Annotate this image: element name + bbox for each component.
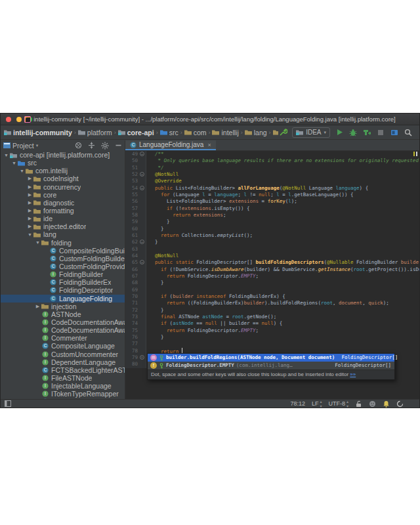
wrench-icon[interactable] xyxy=(278,128,287,137)
tree-item-core[interactable]: ▶core xyxy=(1,191,125,199)
tree-item-customfoldingbuilder[interactable]: CCustomFoldingBuilder xyxy=(1,255,125,262)
code-line-59[interactable]: 59 } xyxy=(125,219,419,225)
code-line-58[interactable]: 58 return extensions; xyxy=(125,212,419,219)
breadcrumb-item-src[interactable]: src xyxy=(160,129,178,136)
tree-item-injected-editor[interactable]: ▶injected.editor xyxy=(1,222,125,230)
tree-item-compositefoldingbuilder[interactable]: CCompositeFoldingBuilder xyxy=(1,247,125,255)
fold-toggle-icon[interactable]: − xyxy=(140,152,144,156)
breadcrumb-item-lang[interactable]: lang xyxy=(245,129,267,136)
line-number[interactable]: 78 xyxy=(125,348,146,354)
close-tab-icon[interactable]: × xyxy=(207,142,211,148)
tree-item-foldingdescriptor[interactable]: CFoldingDescriptor xyxy=(1,286,125,294)
expand-arrow-icon[interactable]: ▼ xyxy=(19,169,25,173)
code-line-72[interactable]: 72 } xyxy=(125,307,419,314)
title-bar[interactable]: intellij-community [~/intellij-community… xyxy=(1,114,419,125)
tree-item-fileastnode[interactable]: IFileASTNode xyxy=(1,374,125,382)
line-number[interactable]: 51 xyxy=(125,165,146,171)
expand-arrow-icon[interactable]: ▶ xyxy=(27,216,33,221)
expand-arrow-icon[interactable]: ▶ xyxy=(27,200,33,205)
code-line-55[interactable]: 55 for (Language l = language; l != null… xyxy=(125,192,419,198)
tree-item-itokentyperemapper[interactable]: IITokenTypeRemapper xyxy=(1,390,125,398)
code-line-70[interactable]: 70 if (builder instanceof FoldingBuilder… xyxy=(125,293,419,300)
run-configuration-select[interactable]: IDEA ▾ xyxy=(292,127,330,138)
expand-arrow-icon[interactable]: ▼ xyxy=(35,240,41,245)
line-number[interactable]: 57 xyxy=(125,205,146,212)
line-number[interactable]: 79˄ xyxy=(125,354,146,361)
code-line-76[interactable]: 76 } xyxy=(125,334,419,341)
expand-arrow-icon[interactable]: ▶ xyxy=(27,192,33,198)
tree-item-commenter[interactable]: ICommenter xyxy=(1,334,125,342)
expand-arrow-icon[interactable]: ▶ xyxy=(35,304,41,309)
code-line-57[interactable]: 57 if (!extensions.isEmpty()) { xyxy=(125,205,419,212)
code-line-61[interactable]: 61 return Collections.emptyList(); xyxy=(125,232,419,239)
tree-item-languagefolding[interactable]: CLanguageFolding xyxy=(1,295,125,303)
tree-item-injectablelanguage[interactable]: IInjectableLanguage xyxy=(1,382,125,390)
code-line-67[interactable]: 67 return FoldingDescriptor.EMPTY; xyxy=(125,273,419,280)
line-number[interactable]: 80 xyxy=(125,361,146,368)
line-number[interactable]: 69 xyxy=(125,287,146,293)
expand-arrow-icon[interactable]: ▶ xyxy=(27,176,33,181)
expand-arrow-icon[interactable]: ▼ xyxy=(11,161,17,165)
chevron-down-icon[interactable]: ▾ xyxy=(36,143,39,148)
code-line-60[interactable]: 60 } xyxy=(125,226,419,232)
line-number[interactable]: 61 xyxy=(125,232,146,239)
code-line-68[interactable]: 68 } xyxy=(125,280,419,286)
code-line-54[interactable]: 54− public List<FoldingBuilder> allForLa… xyxy=(125,185,419,192)
unlock-icon[interactable] xyxy=(355,400,362,408)
breadcrumb-item-folding[interactable]: folding xyxy=(273,129,279,136)
line-number[interactable]: 55 xyxy=(125,192,146,198)
line-number[interactable]: 74 xyxy=(125,320,146,327)
line-number[interactable]: 62− xyxy=(125,239,146,245)
tree-item-foldingbuilderex[interactable]: CFoldingBuilderEx xyxy=(1,278,125,286)
tree-item-com-intellij[interactable]: ▼com.intellij xyxy=(1,167,125,175)
line-number[interactable]: 60 xyxy=(125,226,146,232)
coverage-icon[interactable] xyxy=(362,128,371,137)
expand-arrow-icon[interactable]: ▼ xyxy=(3,153,9,158)
tab-languagefolding-java[interactable]: C LanguageFolding.java × xyxy=(125,140,216,150)
fold-toggle-icon[interactable]: − xyxy=(140,172,144,177)
code-line-75[interactable]: 75 return FoldingDescriptor.EMPTY; xyxy=(125,327,419,334)
tree-item-foldingbuilder[interactable]: IFoldingBuilder xyxy=(1,270,125,278)
hint-more-link[interactable]: »» xyxy=(350,371,356,377)
expand-arrow-icon[interactable]: ▶ xyxy=(27,224,33,229)
tree-item-codeinsight[interactable]: ▶codeInsight xyxy=(1,175,125,182)
code-line-74[interactable]: 74 if (astNode == null || builder == nul… xyxy=(125,320,419,327)
breadcrumb-item-com[interactable]: com xyxy=(184,129,207,136)
line-number[interactable]: 58 xyxy=(125,212,146,219)
line-number[interactable]: 59 xyxy=(125,219,146,225)
collapse-all-icon[interactable] xyxy=(88,142,95,149)
breadcrumb-item-platform[interactable]: platform xyxy=(78,129,112,136)
code-line-65[interactable]: 65− public static FoldingDescriptor[] bu… xyxy=(125,259,419,266)
locate-target-icon[interactable] xyxy=(75,142,82,149)
line-number[interactable]: 70 xyxy=(125,293,146,300)
line-number[interactable]: 63 xyxy=(125,246,146,253)
code-line-64[interactable]: 64 @NotNull xyxy=(125,253,419,259)
completion-item[interactable]: fFoldingDescriptor.EMPTY (com.intellij.l… xyxy=(148,362,394,369)
notification-icon[interactable] xyxy=(383,400,390,408)
tree-item-compositelanguage[interactable]: CCompositeLanguage xyxy=(1,342,125,350)
code-editor[interactable]: 49− /**50 * Only queries base language r… xyxy=(125,151,419,399)
code-line-56[interactable]: 56 List<FoldingBuilder> extensions = for… xyxy=(125,198,419,205)
line-number[interactable]: 72 xyxy=(125,307,146,314)
debug-bug-icon[interactable] xyxy=(348,128,358,137)
encoding-select[interactable]: UTF-8▴▾ xyxy=(328,399,348,408)
code-line-50[interactable]: 50 * Only queries base language results … xyxy=(125,158,419,164)
expand-arrow-icon[interactable]: ▶ xyxy=(27,208,33,213)
line-number[interactable]: 53 xyxy=(125,178,146,184)
line-number[interactable]: 68 xyxy=(125,280,146,286)
caret-position[interactable]: 78:12 xyxy=(290,400,305,407)
project-panel-header[interactable]: Project ▾ xyxy=(1,140,125,150)
breadcrumb-item-intellij-community[interactable]: intellij-community xyxy=(4,129,72,136)
line-number[interactable]: 64 xyxy=(125,253,146,259)
line-number[interactable]: 56 xyxy=(125,198,146,205)
tree-item-concurrency[interactable]: ▶concurrency xyxy=(1,183,125,191)
line-number[interactable]: 49− xyxy=(125,151,146,158)
breadcrumb-item-core-api[interactable]: core-api xyxy=(118,129,154,136)
fold-toggle-icon[interactable]: − xyxy=(140,186,144,190)
tree-item-lang[interactable]: ▼lang xyxy=(1,230,125,238)
tree-item-codedocumentationawareco[interactable]: ICodeDocumentationAwareCo xyxy=(1,318,125,326)
search-icon[interactable] xyxy=(404,128,413,137)
code-line-52[interactable]: 52− @NotNull xyxy=(125,171,419,178)
line-number[interactable]: 75 xyxy=(125,327,146,334)
tree-item-src[interactable]: ▼src xyxy=(1,159,125,167)
